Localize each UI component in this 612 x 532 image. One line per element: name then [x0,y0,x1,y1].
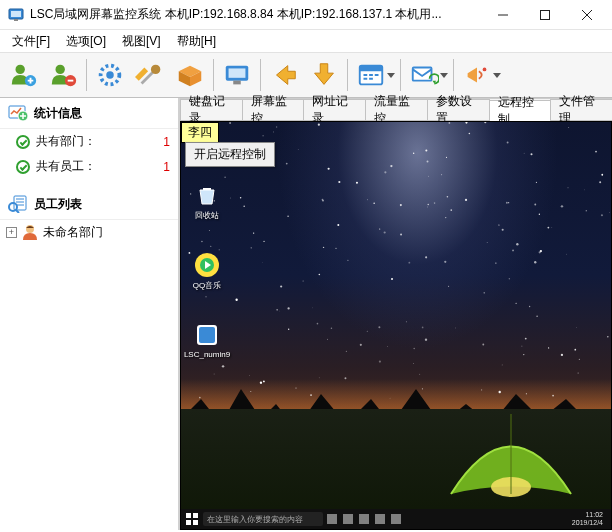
svg-point-49 [425,256,427,258]
svg-point-50 [287,307,289,309]
emp-label: 共有员工： [36,158,144,175]
tree-expand-icon[interactable]: + [6,227,17,238]
svg-point-162 [516,243,518,245]
svg-point-91 [298,149,299,150]
announce-button[interactable] [458,56,496,94]
monitor-button[interactable] [218,56,256,94]
list-header: 员工列表 [0,189,178,220]
svg-point-55 [455,328,456,329]
mail-refresh-button[interactable] [405,56,443,94]
minimize-button[interactable] [482,1,524,29]
arrow-left-button[interactable] [265,56,303,94]
svg-point-61 [230,198,231,199]
svg-point-151 [529,306,530,307]
svg-point-117 [287,216,289,218]
desktop-icon-label: 回收站 [182,210,232,221]
svg-point-45 [379,360,381,362]
dept-name: 未命名部门 [43,224,103,241]
svg-point-58 [446,157,447,158]
svg-point-127 [427,161,429,163]
svg-point-159 [536,315,538,317]
arrow-down-button[interactable] [305,56,343,94]
svg-point-126 [276,126,277,127]
tab-settings[interactable]: 参数设置 [427,99,490,120]
menu-file[interactable]: 文件[F] [4,31,58,52]
maximize-button[interactable] [524,1,566,29]
tree-row-dept[interactable]: + 未命名部门 [0,220,178,244]
tab-traffic[interactable]: 流量监控 [365,99,428,120]
svg-point-144 [253,232,254,233]
desktop-icon-label: QQ音乐 [182,280,232,291]
main-panel: 键盘记录 屏幕监控 网址记录 流量监控 参数设置 远程控制 文件管理 [180,98,612,530]
svg-point-113 [367,199,368,200]
svg-point-156 [540,250,542,252]
avatar-icon [21,223,39,241]
svg-point-79 [318,124,320,126]
svg-point-76 [487,242,488,243]
tab-screen[interactable]: 屏幕监控 [242,99,305,120]
svg-point-97 [263,241,264,242]
svg-point-168 [286,163,288,165]
svg-point-83 [209,230,210,231]
svg-point-36 [390,165,392,167]
svg-rect-3 [541,10,550,19]
svg-point-143 [413,348,414,349]
svg-point-29 [469,133,471,135]
svg-point-128 [279,311,280,312]
emp-count: 1 [150,160,170,174]
taskbar-search: 在这里输入你要搜索的内容 [203,512,323,526]
svg-point-103 [547,227,549,229]
svg-point-161 [566,254,567,255]
svg-point-39 [450,209,452,211]
tab-remote[interactable]: 远程控制 [489,100,552,121]
menu-view[interactable]: 视图[V] [114,31,169,52]
tab-keyboard[interactable]: 键盘记录 [180,99,243,120]
svg-point-64 [523,354,524,355]
stats-header: 统计信息 [0,98,178,129]
close-button[interactable] [566,1,608,29]
svg-point-158 [484,122,486,123]
sidebar: 统计信息 共有部门： 1 共有员工： 1 员工列表 + 未命名部门 [0,98,180,530]
menu-help[interactable]: 帮助[H] [169,31,224,52]
settings-gear-button[interactable] [91,56,129,94]
start-remote-button[interactable]: 开启远程控制 [185,142,275,167]
svg-point-85 [507,142,509,144]
desktop-icon-qqmusic: QQ音乐 [187,252,227,291]
svg-point-112 [568,127,569,128]
remote-desktop-thumbnail[interactable]: 回收站 QQ音乐 LSC_numin9 在这里输入你要搜索的内容 [181,122,611,529]
tab-files[interactable]: 文件管理 [550,99,612,120]
clock-time: 11:02 [572,511,603,519]
svg-point-148 [506,202,508,204]
svg-point-41 [379,228,380,229]
svg-point-94 [384,231,386,233]
svg-point-52 [400,234,402,236]
tab-url[interactable]: 网址记录 [303,99,366,120]
start-icon [185,512,199,526]
svg-point-17 [483,68,487,72]
check-icon [16,160,30,174]
dept-count: 1 [150,135,170,149]
calendar-button[interactable] [352,56,390,94]
svg-point-28 [251,247,252,248]
svg-point-178 [447,196,449,198]
taskbar-icons [327,514,401,524]
remove-user-button[interactable] [44,56,82,94]
svg-point-31 [384,171,386,173]
package-button[interactable] [171,56,209,94]
taskbar-clock: 11:02 2019/12/4 [572,511,607,526]
desktop-icon-label: LSC_numin9 [182,350,232,359]
svg-point-51 [531,153,533,155]
svg-point-108 [586,210,587,211]
add-user-button[interactable] [4,56,42,94]
tools-wrench-button[interactable] [131,56,169,94]
svg-point-175 [568,187,569,188]
svg-rect-12 [229,68,246,77]
svg-point-179 [574,349,576,351]
menu-options[interactable]: 选项[O] [58,31,114,52]
svg-point-25 [482,344,484,346]
svg-point-169 [331,328,333,330]
svg-point-73 [448,286,449,287]
svg-point-171 [219,249,220,250]
svg-point-132 [428,204,429,205]
svg-point-48 [391,278,393,280]
